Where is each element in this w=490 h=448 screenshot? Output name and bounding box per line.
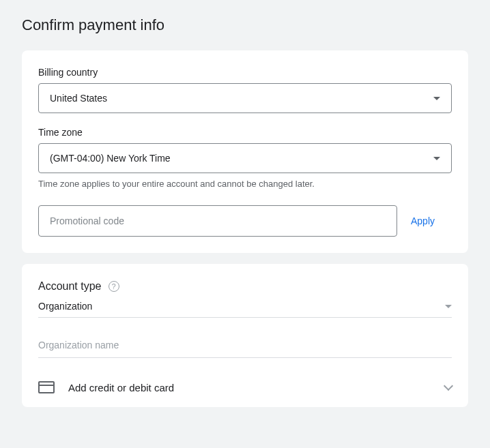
chevron-down-icon (433, 97, 440, 100)
help-icon[interactable]: ? (109, 281, 119, 292)
chevron-down-icon (444, 381, 453, 391)
page-title: Confirm payment info (22, 16, 468, 34)
billing-country-label: Billing country (38, 67, 452, 78)
account-type-value: Organization (38, 301, 92, 312)
account-type-label: Account type (38, 280, 102, 293)
timezone-group: Time zone (GMT-04:00) New York Time Time… (38, 127, 452, 189)
timezone-label: Time zone (38, 127, 452, 138)
billing-country-select[interactable]: United States (38, 83, 452, 113)
apply-button[interactable]: Apply (408, 210, 437, 232)
credit-card-icon (38, 381, 55, 393)
billing-country-group: Billing country United States (38, 67, 452, 113)
timezone-value: (GMT-04:00) New York Time (50, 153, 171, 164)
promo-row: Apply (38, 205, 452, 237)
organization-name-input[interactable] (38, 333, 452, 358)
add-card-label: Add credit or debit card (68, 382, 431, 393)
billing-country-value: United States (50, 93, 107, 104)
chevron-down-icon (445, 305, 452, 308)
timezone-select[interactable]: (GMT-04:00) New York Time (38, 143, 452, 173)
add-card-row[interactable]: Add credit or debit card (38, 378, 452, 396)
chevron-down-icon (433, 157, 440, 160)
timezone-helper-text: Time zone applies to your entire account… (38, 179, 452, 189)
billing-card: Billing country United States Time zone … (22, 50, 468, 253)
promo-code-input[interactable] (38, 205, 397, 237)
account-card: Account type ? Organization Add credit o… (22, 264, 468, 407)
account-type-select[interactable]: Organization (38, 297, 452, 318)
account-type-header: Account type ? (38, 280, 452, 293)
